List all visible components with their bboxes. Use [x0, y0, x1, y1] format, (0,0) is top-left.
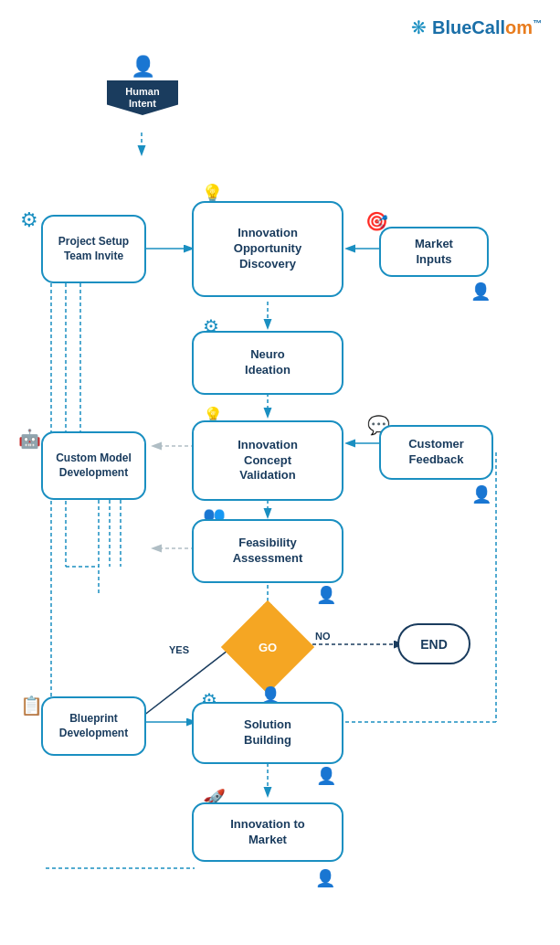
innovation-market-node: Innovation toMarket [192, 802, 343, 862]
go-diamond: GO [231, 611, 304, 684]
blueprint-node: BlueprintDevelopment [41, 696, 146, 756]
human-intent-label: HumanIntent [125, 86, 159, 110]
customer-feedback-node: CustomerFeedback [379, 425, 493, 480]
market-person-icon: 👤 [470, 281, 491, 302]
person-icon-top: 👤 [131, 55, 155, 79]
solution-person-icon: 👤 [316, 766, 336, 786]
solution-building-node: SolutionBuilding [192, 702, 343, 764]
no-label: NO [315, 631, 331, 642]
customer-person-icon: 👤 [471, 484, 491, 504]
gear-icon: ⚙ [20, 208, 38, 232]
neuro-ideation-node: NeuroIdeation [192, 331, 343, 395]
feasibility-person-icon: 👤 [316, 585, 336, 605]
project-setup-label: Project SetupTeam Invite [58, 235, 129, 263]
ai-icon: 🤖 [18, 428, 41, 450]
solution-building-label: SolutionBuilding [244, 717, 291, 749]
human-intent-node: 👤 HumanIntent [106, 55, 179, 115]
go-label: GO [259, 641, 277, 654]
market-person-bottom-icon: 👤 [315, 868, 335, 888]
human-intent-shape: HumanIntent [107, 80, 178, 115]
end-label: END [420, 637, 448, 652]
yes-label: YES [169, 644, 189, 655]
logo-text: BlueCallom™ [432, 17, 542, 38]
feasibility-label: FeasibilityAssessment [233, 536, 303, 567]
market-inputs-label: MarketInputs [415, 237, 453, 268]
custom-model-label: Custom ModelDevelopment [56, 451, 132, 480]
custom-model-node: Custom ModelDevelopment [41, 431, 146, 500]
innovation-market-label: Innovation toMarket [230, 817, 305, 848]
feasibility-node: FeasibilityAssessment [192, 519, 343, 583]
market-inputs-node: MarketInputs [379, 227, 489, 277]
logo: ❋ BlueCallom™ [411, 16, 542, 38]
project-setup-node: Project SetupTeam Invite [41, 215, 146, 283]
innovation-opportunity-label: InnovationOpportunityDiscovery [234, 226, 301, 272]
innovation-concept-node: InnovationConceptValidation [192, 420, 343, 501]
customer-feedback-label: CustomerFeedback [408, 437, 464, 468]
end-node: END [397, 623, 470, 664]
logo-icon: ❋ [411, 16, 427, 38]
blueprint-label: BlueprintDevelopment [59, 712, 128, 740]
innovation-opportunity-node: InnovationOpportunityDiscovery [192, 201, 343, 297]
neuro-ideation-label: NeuroIdeation [245, 347, 291, 378]
innovation-concept-label: InnovationConceptValidation [238, 438, 298, 484]
blueprint-icon: 📋 [20, 695, 43, 717]
